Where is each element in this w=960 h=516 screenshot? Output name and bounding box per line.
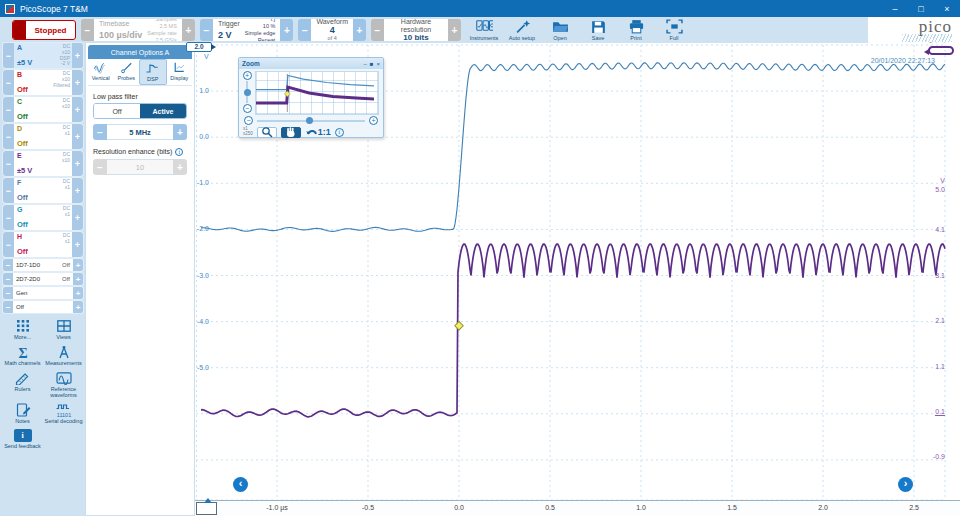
channel-B-body[interactable]: BDCx10FilteredOff [14,70,72,95]
channel-C-card[interactable]: −CDCx10Off+ [3,97,83,122]
zoom-tool-button[interactable] [257,127,277,138]
channel-F-plus-button[interactable]: + [72,178,83,203]
zoom-v-out-button[interactable]: − [243,104,252,113]
pan-right-button[interactable]: › [898,477,913,492]
zoom-h-in-button[interactable]: + [369,116,378,125]
serial-tool-button[interactable]: 11101Serial decoding [44,403,83,424]
channel-A-body[interactable]: ADCx10DSP-2 V±5 V [14,43,72,68]
timebase-increase-button[interactable]: + [182,19,195,41]
channel-C-body[interactable]: CDCx10Off [14,97,72,122]
pan-left-button[interactable]: ‹ [233,477,248,492]
channel-F-body[interactable]: FDCx1Off [14,178,72,203]
channel-D-minus-button[interactable]: − [3,124,14,149]
generator-state-row[interactable]: −Off+ [3,301,83,313]
tab-vertical[interactable]: Vertical [88,59,114,85]
channel-A-plus-button[interactable]: + [72,43,83,68]
gen-minus-button[interactable]: − [3,287,13,299]
views-tool-button[interactable]: Views [44,319,83,340]
tab-display[interactable]: Display [167,59,193,85]
waveform-next-button[interactable]: + [353,19,366,41]
open-button[interactable]: Open [542,18,578,42]
hwres-decrease-button[interactable]: − [371,19,384,41]
print-button[interactable]: Print [618,18,654,42]
zoom-info-icon[interactable]: i [335,128,344,137]
trigger-level-value[interactable]: 2 V [218,30,240,40]
zoom-window[interactable]: Zoom – ■ × + − − + x1 x250 [238,57,384,138]
channel-E-card[interactable]: −EDCx10±5 V+ [3,151,83,176]
channel-D-plus-button[interactable]: + [72,124,83,149]
trigger-decrease-button[interactable]: − [200,19,213,41]
zoom-window-titlebar[interactable]: Zoom – ■ × [239,58,383,69]
channel-C-plus-button[interactable]: + [72,97,83,122]
lowpass-off-button[interactable]: Off [94,104,140,118]
channel-A-card[interactable]: −ADCx10DSP-2 V±5 V+ [3,43,83,68]
channel-e-axis-handle[interactable] [928,46,954,55]
digital-minus-button[interactable]: − [3,273,13,285]
channel-H-plus-button[interactable]: + [72,232,83,257]
digital-2D7-2D0-row[interactable]: −2D7-2D0Off+ [3,273,83,285]
channel-H-minus-button[interactable]: − [3,232,14,257]
trigger-increase-button[interactable]: + [280,19,293,41]
more-tool-button[interactable]: More... [3,319,42,340]
channel-B-card[interactable]: −BDCx10FilteredOff+ [3,70,83,95]
zoom-reset-button[interactable]: 1:1 [305,127,331,137]
close-icon[interactable]: × [934,0,960,17]
resenh-increase-button[interactable]: + [173,159,187,175]
feedback-tool-button[interactable]: iSend feedback [3,429,42,449]
channel-G-plus-button[interactable]: + [72,205,83,230]
zoom-v-slider-thumb[interactable] [244,89,251,96]
zoom-close-icon[interactable]: × [376,61,380,67]
generator-row[interactable]: −Gen+ [3,287,83,299]
trigger-details[interactable]: t ∫ 10 % Simple edge Repeat [245,19,276,41]
channel-G-card[interactable]: −GDCx1Off+ [3,205,83,230]
save-button[interactable]: Save [580,18,616,42]
lowpass-freq-decrease-button[interactable]: − [93,124,107,140]
channel-F-card[interactable]: −FDCx1Off+ [3,178,83,203]
instruments-button[interactable]: Instruments [466,18,502,42]
lowpass-freq-value[interactable]: 5 MHz [107,124,173,140]
tab-probes[interactable]: Probes [114,59,140,85]
digital-minus-button[interactable]: − [3,259,13,271]
channel-B-minus-button[interactable]: − [3,70,14,95]
channel-D-card[interactable]: −DDCx1Off+ [3,124,83,149]
trigger-marker-diamond[interactable] [455,321,463,329]
pan-tool-button[interactable] [281,127,301,138]
overview-handle[interactable] [196,502,217,515]
measure-tool-button[interactable]: Measurements [44,345,83,366]
digital-plus-button[interactable]: + [73,259,83,271]
channel-G-body[interactable]: GDCx1Off [14,205,72,230]
zoom-thumbnail[interactable] [255,71,379,115]
channel-E-body[interactable]: EDCx10±5 V [14,151,72,176]
gen-plus-button[interactable]: + [73,287,83,299]
trigger-level-badge[interactable]: 2.0 [186,42,212,52]
zoom-v-slider[interactable] [246,81,248,103]
rulers-tool-button[interactable]: Rulers [3,371,42,398]
lowpass-active-button[interactable]: Active [140,104,186,118]
digital-1D7-1D0-row[interactable]: −1D7-1D0Off+ [3,259,83,271]
maximize-icon[interactable]: □ [908,0,934,17]
channel-A-minus-button[interactable]: − [3,43,14,68]
info-icon[interactable]: i [175,148,183,156]
zoom-v-in-button[interactable]: + [243,71,252,80]
hwres-increase-button[interactable]: + [448,19,461,41]
digital-plus-button[interactable]: + [73,273,83,285]
overview-scrollbar[interactable]: -1.0 µs-0.50.00.51.01.52.02.5 [195,500,960,516]
channel-B-plus-button[interactable]: + [72,70,83,95]
channel-H-body[interactable]: HDCx1Off [14,232,72,257]
reference-tool-button[interactable]: Reference waveforms [44,371,83,398]
timebase-value[interactable]: 100 µs/div [99,30,142,40]
full-button[interactable]: Full [656,18,692,42]
gen-plus-button[interactable]: + [73,301,83,313]
channel-E-minus-button[interactable]: − [3,151,14,176]
timebase-decrease-button[interactable]: − [81,19,94,41]
minimize-icon[interactable]: – [882,0,908,17]
channel-G-minus-button[interactable]: − [3,205,14,230]
zoom-h-out-button[interactable]: − [244,116,253,125]
zoom-minimize-icon[interactable]: – [364,61,367,67]
tab-dsp[interactable]: DSP [139,59,167,85]
channel-H-card[interactable]: −HDCx1Off+ [3,232,83,257]
waveform-prev-button[interactable]: − [298,19,311,41]
channel-D-body[interactable]: DDCx1Off [14,124,72,149]
resenh-decrease-button[interactable]: − [93,159,107,175]
autosetup-button[interactable]: Auto setup [504,18,540,42]
